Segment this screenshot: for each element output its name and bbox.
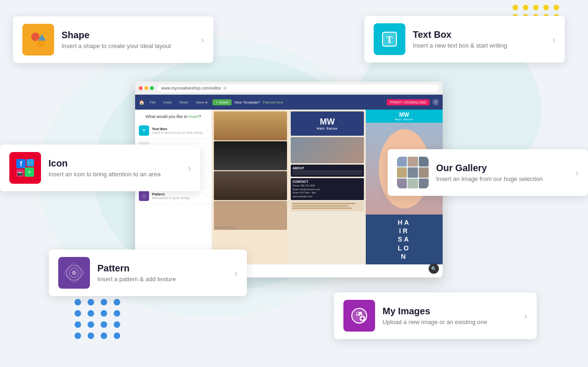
- blue-dot: [101, 310, 107, 317]
- yellow-dot: [543, 5, 549, 10]
- browser-url-bar[interactable]: www.mycreativeshop.com/editor ⊕: [157, 84, 439, 92]
- icon-card[interactable]: f 🐦 📷 + Icon Insert an icon to bring att…: [0, 145, 200, 191]
- gallery-card-icon: [397, 157, 429, 188]
- editor-toolbar: 🏠 File Undo Redo Save ● + Insert New Tem…: [135, 95, 443, 110]
- textbox-card-title: Text Box: [413, 29, 545, 40]
- gallery-card-desc: Insert an image from our huge selection: [436, 175, 568, 182]
- panel-item-textbox[interactable]: T Text Box Insert a new text box & start…: [135, 123, 212, 139]
- yellow-dot: [533, 5, 539, 10]
- panel-pattern-desc: Add texture to your design: [152, 196, 190, 200]
- shape-card-arrow: ›: [201, 35, 204, 45]
- poster-logo-mw: MW: [320, 117, 335, 127]
- toolbar-home-icon[interactable]: 🏠: [139, 100, 144, 105]
- panel-pattern-icon: ⬡: [139, 191, 149, 201]
- myimages-card-arrow: ›: [524, 311, 527, 321]
- blue-dot: [75, 332, 81, 339]
- svg-point-17: [72, 270, 76, 275]
- toolbar-find-one[interactable]: Find one here: [263, 101, 283, 104]
- blue-dot: [75, 299, 81, 305]
- gallery-mosaic: [397, 157, 429, 188]
- svg-text:+: +: [27, 169, 31, 175]
- pattern-card-text: Pattern Insert a pattern & add texture: [97, 263, 227, 283]
- toolbar-insert-button[interactable]: + Insert: [212, 99, 232, 105]
- pattern-card-title: Pattern: [97, 263, 227, 274]
- toolbar-redo[interactable]: Redo: [177, 100, 191, 105]
- poster-col2: MW Hair Salon ABOUT: [289, 110, 366, 264]
- toolbar-save[interactable]: Save ●: [193, 100, 210, 105]
- svg-text:f: f: [20, 160, 22, 167]
- browser-bar: www.mycreativeshop.com/editor ⊕: [135, 82, 443, 95]
- myimages-icon: [350, 306, 369, 325]
- textbox-card-icon: T: [374, 23, 405, 55]
- svg-point-20: [357, 312, 359, 314]
- blue-dot: [114, 332, 120, 339]
- toolbar-file[interactable]: File: [147, 100, 158, 105]
- zoom-icon[interactable]: 🔍: [429, 263, 439, 274]
- blue-dot: [114, 321, 120, 328]
- shape-card-icon: [22, 24, 54, 55]
- pattern-icon: [63, 262, 85, 284]
- poster-mw-text: MW: [399, 111, 409, 118]
- yellow-dot: [513, 5, 518, 10]
- poster-footer: www.mwsalon.com: [214, 201, 287, 230]
- blue-dot: [88, 310, 94, 317]
- dot-close: [139, 86, 143, 90]
- blue-dot: [75, 321, 81, 328]
- search-icon: ⊕: [223, 86, 227, 90]
- gallery-card[interactable]: Our Gallery Insert an image from our hug…: [388, 149, 588, 196]
- poster-hair2: [214, 141, 287, 170]
- blue-dot: [101, 332, 107, 339]
- textbox-icon: T: [381, 30, 398, 48]
- panel-textbox-icon: T: [139, 125, 149, 136]
- browser-dots: [139, 86, 154, 90]
- myimages-card[interactable]: My Images Upload a new image or an exist…: [334, 292, 537, 339]
- pattern-card[interactable]: Pattern Insert a pattern & add texture ›: [49, 249, 247, 296]
- gallery-card-text: Our Gallery Insert an image from our hug…: [436, 163, 568, 182]
- svg-text:📷: 📷: [17, 170, 23, 176]
- svg-text:T: T: [386, 35, 393, 45]
- toolbar-undo[interactable]: Undo: [161, 100, 174, 105]
- shape-card[interactable]: Shape Insert a shape to create your idea…: [13, 16, 213, 63]
- poster-text-block: [291, 201, 364, 211]
- icon-card-arrow: ›: [188, 163, 191, 173]
- poster-logo-salon: Hair Salon: [317, 127, 338, 130]
- myimages-card-title: My Images: [383, 306, 517, 317]
- pattern-card-desc: Insert a pattern & add texture: [97, 276, 227, 283]
- blue-dot: [75, 310, 81, 317]
- myimages-card-icon: [343, 300, 375, 332]
- toolbar-print-button[interactable]: PRINT / DOWNLOAD: [387, 99, 430, 105]
- gallery-card-arrow: ›: [575, 167, 579, 178]
- poster-logo: MW Hair Salon: [291, 111, 364, 136]
- blue-dot: [88, 299, 94, 305]
- blue-dot: [101, 299, 107, 305]
- blue-dot: [101, 321, 107, 328]
- yellow-dot: [554, 5, 559, 10]
- icon-card-desc: Insert an icon to bring attention to an …: [48, 171, 180, 178]
- textbox-card[interactable]: T Text Box Insert a new text box & start…: [364, 16, 565, 62]
- toolbar-help-icon[interactable]: ?: [432, 99, 439, 105]
- blue-dot: [114, 299, 120, 305]
- poster-about-section: ABOUT: [291, 165, 364, 177]
- poster-hair3: [214, 171, 287, 200]
- myimages-card-desc: Upload a new image or an existing one: [383, 319, 517, 325]
- poster-contact-info: Phone: 900 343 3345 Email: info@mwsalon.…: [293, 184, 362, 198]
- poster-portrait: [291, 137, 364, 163]
- blue-dot: [88, 332, 94, 339]
- pattern-card-icon: [58, 257, 90, 289]
- poster-hair1: [214, 111, 287, 140]
- textbox-card-text: Text Box Insert a new text box & start w…: [413, 29, 545, 49]
- social-icon: f 🐦 📷 +: [15, 158, 35, 178]
- textbox-card-arrow: ›: [552, 34, 555, 45]
- shape-icon: [29, 30, 48, 49]
- shape-card-desc: Insert a shape to create your ideal layo…: [62, 42, 193, 49]
- poster-hair-text: HAIRSALON: [366, 215, 443, 264]
- panel-pattern-title: Pattern: [152, 192, 190, 196]
- myimages-card-text: My Images Upload a new image or an exist…: [383, 306, 517, 325]
- blue-dot: [88, 321, 94, 328]
- panel-textbox-desc: Insert a new text box & start writing: [152, 131, 203, 134]
- poster-mw-logo2: MW Hair Salon: [366, 110, 443, 123]
- icon-card-text: Icon Insert an icon to bring attention t…: [48, 158, 180, 178]
- url-text: www.mycreativeshop.com/editor: [161, 86, 221, 90]
- poster-about-title: ABOUT: [293, 166, 362, 170]
- blue-dot: [114, 310, 120, 317]
